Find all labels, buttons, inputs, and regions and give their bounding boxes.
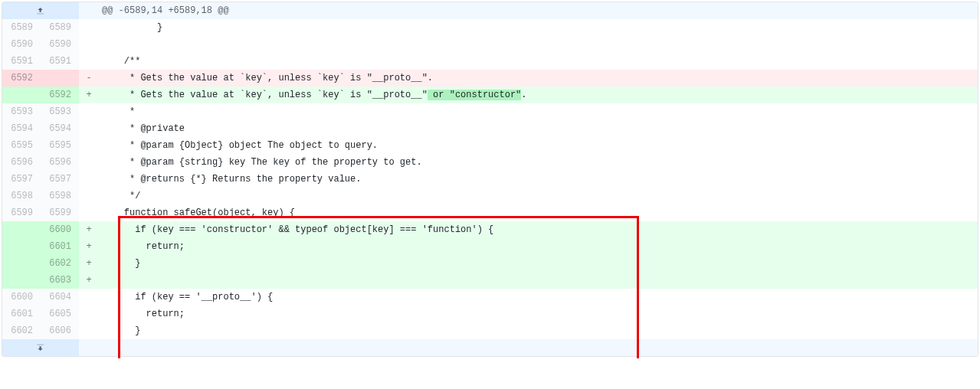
diff-marker [79,339,96,356]
diff-line-addition: 6602+ } [2,255,978,272]
new-line-number[interactable]: 6596 [41,154,79,171]
old-line-number[interactable] [2,255,41,272]
code-content: * @returns {*} Returns the property valu… [96,171,978,188]
new-line-number[interactable]: 6592 [41,87,79,103]
diff-marker [79,103,96,120]
old-line-number[interactable]: 6597 [2,171,41,188]
diff-line-deletion: 6592- * Gets the value at `key`, unless … [2,70,978,87]
code-content: function safeGet(object, key) { [96,204,978,221]
diff-marker [79,19,96,36]
code-content: * @param {string} key The key of the pro… [96,154,978,171]
old-line-number[interactable] [2,87,41,103]
code-content: } [96,19,978,36]
hunk-header-row: @@ -6589,14 +6589,18 @@ [2,2,978,19]
diff-marker [79,188,96,204]
diff-marker [79,137,96,154]
old-line-number[interactable]: 6595 [2,137,41,154]
old-line-number[interactable]: 6598 [2,188,41,204]
diff-marker [79,171,96,188]
diff-line-context: 65996599 function safeGet(object, key) { [2,204,978,221]
diff-marker [79,36,96,53]
diff-line-context: 65966596 * @param {string} key The key o… [2,154,978,171]
diff-table: @@ -6589,14 +6589,18 @@ 65896589 }659065… [2,2,978,357]
new-line-number[interactable]: 6595 [41,137,79,154]
new-line-number[interactable]: 6603 [41,272,79,289]
code-content: * Gets the value at `key`, unless `key` … [96,70,978,87]
diff-marker [79,204,96,221]
old-line-number[interactable]: 6601 [2,306,41,322]
hunk-footer-row [2,339,978,356]
code-content: * @private [96,120,978,137]
diff-marker: + [79,255,96,272]
diff-marker [79,2,96,19]
old-line-number[interactable]: 6594 [2,120,41,137]
new-line-number[interactable]: 6599 [41,204,79,221]
diff-line-context: 65936593 * [2,103,978,120]
code-content: if (key === 'constructor' && typeof obje… [96,221,978,238]
new-line-number[interactable]: 6604 [41,289,79,306]
old-line-number[interactable] [2,221,41,238]
diff-line-context: 65906590 [2,36,978,53]
diff-line-addition: 6600+ if (key === 'constructor' && typeo… [2,221,978,238]
new-line-number[interactable]: 6594 [41,120,79,137]
old-line-number[interactable]: 6600 [2,289,41,306]
diff-line-context: 65916591 /** [2,53,978,70]
inline-addition-highlight: or "constructor" [428,90,521,100]
old-line-number[interactable]: 6599 [2,204,41,221]
new-line-number[interactable]: 6600 [41,221,79,238]
diff-line-context: 65896589 } [2,19,978,36]
code-content: return; [96,306,978,322]
new-line-number[interactable]: 6601 [41,238,79,255]
code-content: /** [96,53,978,70]
new-line-number[interactable]: 6589 [41,19,79,36]
new-line-number[interactable]: 6606 [41,322,79,339]
old-line-number[interactable] [2,272,41,289]
code-content [96,272,978,289]
code-content: */ [96,188,978,204]
new-line-number[interactable] [41,70,79,87]
new-line-number[interactable]: 6605 [41,306,79,322]
new-line-number[interactable]: 6590 [41,36,79,53]
expand-down-icon [35,342,46,353]
diff-line-context: 65946594 * @private [2,120,978,137]
diff-marker: + [79,272,96,289]
new-line-number[interactable]: 6602 [41,255,79,272]
old-line-number[interactable]: 6593 [2,103,41,120]
old-line-number[interactable]: 6596 [2,154,41,171]
new-line-number[interactable]: 6591 [41,53,79,70]
diff-line-addition: 6592+ * Gets the value at `key`, unless … [2,87,978,103]
diff-line-context: 66006604 if (key == '__proto__') { [2,289,978,306]
old-line-number[interactable]: 6589 [2,19,41,36]
code-content: if (key == '__proto__') { [96,289,978,306]
code-content: * Gets the value at `key`, unless `key` … [96,87,978,103]
diff-line-context: 66026606 } [2,322,978,339]
diff-line-context: 66016605 return; [2,306,978,322]
diff-line-addition: 6601+ return; [2,238,978,255]
diff-line-addition: 6603+ [2,272,978,289]
code-content: } [96,322,978,339]
code-content: } [96,255,978,272]
new-line-number[interactable]: 6593 [41,103,79,120]
expand-down-button[interactable] [2,339,79,356]
diff-marker: - [79,70,96,87]
code-content: return; [96,238,978,255]
old-line-number[interactable]: 6591 [2,53,41,70]
diff-marker: + [79,87,96,103]
new-line-number[interactable]: 6598 [41,188,79,204]
old-line-number[interactable]: 6590 [2,36,41,53]
diff-marker [79,154,96,171]
old-line-number[interactable]: 6592 [2,70,41,87]
new-line-number[interactable]: 6597 [41,171,79,188]
hunk-footer-spacer [96,339,978,356]
diff-marker [79,53,96,70]
old-line-number[interactable] [2,238,41,255]
code-content: * [96,103,978,120]
diff-line-context: 65976597 * @returns {*} Returns the prop… [2,171,978,188]
diff-marker [79,306,96,322]
old-line-number[interactable]: 6602 [2,322,41,339]
diff-marker [79,120,96,137]
expand-up-button[interactable] [2,2,79,19]
diff-marker: + [79,221,96,238]
diff-marker: + [79,238,96,255]
diff-marker [79,289,96,306]
